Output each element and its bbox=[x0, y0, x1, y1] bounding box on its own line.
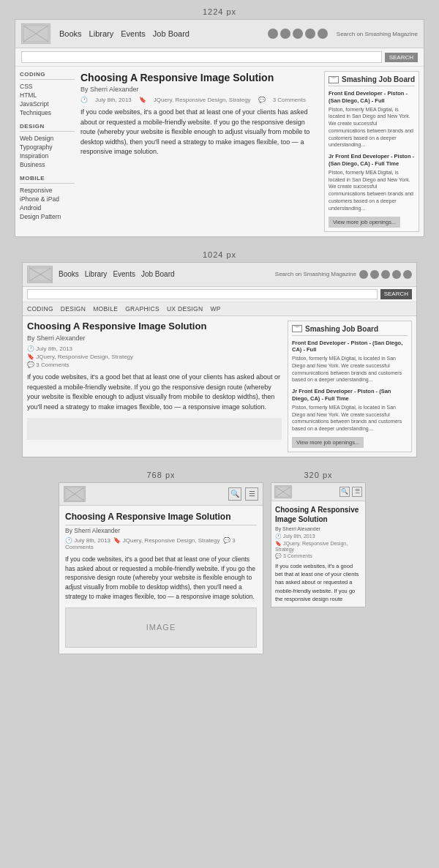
search-icon-768[interactable]: 🔍 bbox=[228, 487, 241, 501]
search-button-1224[interactable]: SEARCH bbox=[385, 53, 418, 62]
nav-uxdesign-1024[interactable]: UX DESIGN bbox=[167, 305, 203, 313]
article-tags-1224: JQuery, Responsive Design, Strategy bbox=[154, 97, 251, 103]
sidebar-webdesign[interactable]: Web Design bbox=[20, 134, 75, 143]
sidebar-techniques[interactable]: Techniques bbox=[20, 108, 75, 117]
nav-coding-1024[interactable]: CODING bbox=[27, 305, 53, 313]
envelope-icon-1024 bbox=[292, 325, 302, 332]
rss-icon[interactable] bbox=[268, 29, 278, 39]
nav-graphics-1024[interactable]: GRAPHICS bbox=[125, 305, 160, 313]
px-label-1024: 1024 px bbox=[203, 250, 236, 259]
facebook-icon-1024[interactable] bbox=[370, 270, 379, 279]
article-date-320: 🕐 July 8th, 2013 bbox=[275, 534, 361, 539]
email-icon[interactable] bbox=[305, 29, 315, 39]
layout-1024: Books Library Events Job Board Search on… bbox=[22, 262, 417, 457]
logo-320 bbox=[274, 485, 292, 498]
article-body-768: If you code websites, it's a good bet th… bbox=[65, 555, 257, 602]
article-meta-1224: 🕐 July 8th, 2013 🔖 JQuery, Responsive De… bbox=[80, 97, 318, 103]
job1-title-1024[interactable]: Front End Developer - Piston - (San Dieg… bbox=[292, 340, 408, 354]
article-meta-768: 🕐 July 8th, 2013 🔖 JQuery, Responsive De… bbox=[65, 537, 257, 550]
sidebar-coding-title: CODING bbox=[20, 71, 75, 80]
view-more-btn-1024[interactable]: View more job openings... bbox=[292, 437, 364, 448]
navbar-768: 🔍 ☰ bbox=[59, 483, 263, 506]
job1-title-1224[interactable]: Front End Developer - Piston - (San Dieg… bbox=[329, 90, 415, 105]
nav-events[interactable]: Events bbox=[121, 28, 146, 40]
sidebar-inspiration[interactable]: Inspiration bbox=[20, 151, 75, 160]
section-768: 768 px 🔍 ☰ Choosing A Responsive Image S… bbox=[59, 471, 263, 654]
email-icon-1024[interactable] bbox=[392, 270, 401, 279]
section-1224: 1224 px Books Library Events Job Board bbox=[7, 7, 432, 237]
sidebar-html[interactable]: HTML bbox=[20, 91, 75, 100]
facebook-icon[interactable] bbox=[280, 29, 290, 39]
job-listing-1-1024: Front End Developer - Piston - (San Dieg… bbox=[292, 340, 408, 384]
clock-icon: 🕐 bbox=[80, 97, 88, 103]
twitter-icon[interactable] bbox=[293, 29, 303, 39]
search-row-1224: SEARCH bbox=[15, 48, 424, 67]
sidebar-android[interactable]: Android bbox=[20, 203, 75, 212]
layout-320: 🔍 ☰ Choosing A Responsive Image Solution… bbox=[271, 482, 366, 607]
nav-jobboard-1024[interactable]: Job Board bbox=[141, 270, 175, 278]
bookmark-icon: 🔖 bbox=[139, 97, 146, 103]
search-input-1024[interactable] bbox=[27, 289, 378, 299]
sidebar-typography[interactable]: Typography bbox=[20, 143, 75, 151]
sidebar-business[interactable]: Business bbox=[20, 160, 75, 169]
nav-wp-1024[interactable]: WP bbox=[210, 305, 220, 313]
view-more-btn-1224[interactable]: View more job openings... bbox=[329, 217, 400, 228]
sidebar-right-1224: Smashing Job Board Front End Developer -… bbox=[324, 71, 419, 232]
article-320: Choosing A Responsive Image Solution By … bbox=[271, 501, 365, 607]
article-main-1224: Choosing A Responsive Image Solution By … bbox=[80, 71, 318, 232]
logo-icon-320 bbox=[275, 486, 291, 498]
article-bottom-placeholder-1024 bbox=[27, 418, 282, 440]
nav-mobile-1024[interactable]: MOBILE bbox=[93, 305, 118, 313]
feed-icon-1024[interactable] bbox=[403, 270, 412, 279]
article-comments-320: 💬 3 Comments bbox=[275, 553, 361, 559]
job2-title-1024[interactable]: Jr Front End Developer - Piston - (San D… bbox=[292, 388, 408, 403]
search-btn-1024[interactable]: SEARCH bbox=[380, 289, 412, 299]
article-byline-1224: By Sherri Alexander bbox=[80, 86, 318, 93]
job-listing-1: Front End Developer - Piston - (San Dieg… bbox=[329, 90, 415, 149]
navbar-1024: Books Library Events Job Board Search on… bbox=[23, 263, 416, 287]
rss-icon-1024[interactable] bbox=[359, 270, 368, 279]
nav-books[interactable]: Books bbox=[59, 28, 82, 40]
main-content-1024: Choosing A Responsive Image Solution By … bbox=[23, 316, 416, 457]
search-input-1224[interactable] bbox=[21, 51, 382, 63]
nav-search-area-1024: Search on Smashing Magazine bbox=[275, 270, 412, 279]
sidebar-responsive[interactable]: Responsive bbox=[20, 186, 75, 195]
search-label-1024: Search on Smashing Magazine bbox=[275, 271, 356, 277]
article-body-1024: If you code websites, it's a good bet th… bbox=[27, 373, 282, 412]
sidebar-left-1224: CODING CSS HTML JavaScript Techniques DE… bbox=[20, 71, 75, 232]
nav-links-1224: Books Library Events Job Board bbox=[59, 28, 190, 40]
twitter-icon-1024[interactable] bbox=[381, 270, 390, 279]
job2-desc-1224: Piston, formerly MEA Digital, is located… bbox=[329, 169, 415, 212]
nav-library[interactable]: Library bbox=[89, 28, 114, 40]
image-placeholder-768: IMAGE bbox=[65, 607, 257, 648]
sidebar-css[interactable]: CSS bbox=[20, 82, 75, 91]
nav-jobboard[interactable]: Job Board bbox=[153, 28, 190, 40]
sidebar-design: DESIGN Web Design Typography Inspiration… bbox=[20, 123, 75, 169]
job-listing-2: Jr Front End Developer - Piston - (San D… bbox=[329, 153, 415, 212]
social-icons-1024 bbox=[359, 270, 412, 279]
article-title-1024: Choosing A Responsive Image Solution bbox=[27, 321, 282, 333]
article-byline-1024: By Sherri Alexander bbox=[27, 334, 282, 342]
nav-search-1224: Search on Smashing Magazine bbox=[337, 31, 418, 37]
sidebar-mobile-title: MOBILE bbox=[20, 175, 75, 184]
nav-links-1024: Books Library Events Job Board bbox=[59, 270, 175, 278]
nav-books-1024[interactable]: Books bbox=[59, 270, 79, 278]
logo-1024 bbox=[27, 266, 53, 283]
sidebar-designpattern[interactable]: Design Pattern bbox=[20, 212, 75, 221]
sidebar-javascript[interactable]: JavaScript bbox=[20, 100, 75, 108]
search-icon-320[interactable]: 🔍 bbox=[339, 487, 350, 497]
article-date-768: 🕐 July 8th, 2013 🔖 JQuery, Responsive De… bbox=[65, 537, 236, 550]
job-board-title-1024: Smashing Job Board bbox=[305, 325, 378, 333]
menu-icon-768[interactable]: ☰ bbox=[245, 487, 258, 501]
job2-title-1224[interactable]: Jr Front End Developer - Piston - (San D… bbox=[329, 153, 415, 168]
nav-events-1024[interactable]: Events bbox=[113, 270, 135, 278]
sidebar-iphone[interactable]: iPhone & iPad bbox=[20, 195, 75, 203]
job-board-1024: Smashing Job Board Front End Developer -… bbox=[288, 321, 412, 452]
article-body-1224: If you code websites, it's a good bet th… bbox=[80, 108, 318, 157]
sidebar-right-1024: Smashing Job Board Front End Developer -… bbox=[288, 321, 412, 452]
nav-library-1024[interactable]: Library bbox=[85, 270, 108, 278]
article-meta-320: 🕐 July 8th, 2013 🔖 JQuery, Responsive De… bbox=[275, 534, 361, 559]
menu-icon-320[interactable]: ☰ bbox=[352, 487, 362, 497]
nav-design-1024[interactable]: DESIGN bbox=[61, 305, 86, 313]
feed-icon[interactable] bbox=[318, 29, 328, 39]
